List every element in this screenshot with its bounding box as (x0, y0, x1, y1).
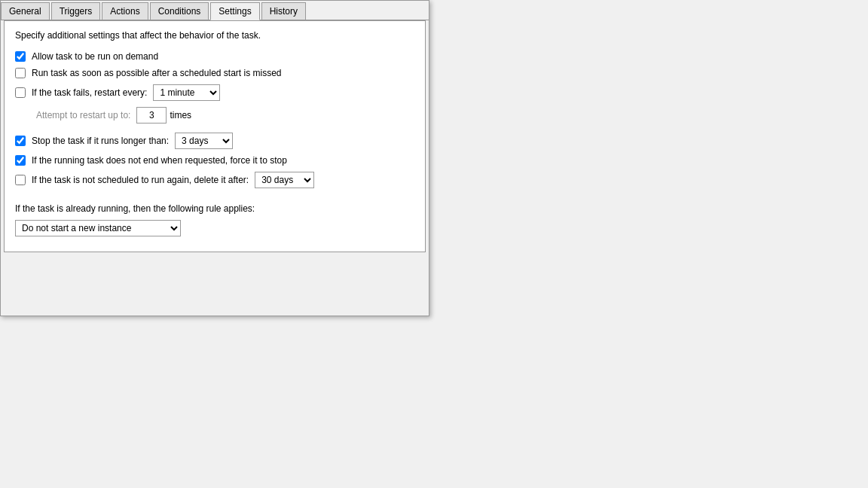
attempt-restart-row: Attempt to restart up to: times (36, 107, 414, 124)
force-stop-row: If the running task does not end when re… (15, 155, 414, 166)
allow-on-demand-row: Allow task to be run on demand (15, 51, 414, 62)
stop-longer-than-checkbox[interactable] (15, 136, 26, 146)
tab-settings[interactable]: Settings (210, 2, 259, 20)
stop-longer-than-row: Stop the task if it runs longer than: 1 … (15, 133, 414, 149)
run-missed-label: Run task as soon as possible after a sch… (32, 68, 282, 78)
settings-panel: Specify additional settings that affect … (4, 20, 426, 252)
task-scheduler-dialog: General Triggers Actions Conditions Sett… (0, 0, 429, 316)
delete-duration-dropdown[interactable]: 30 days 60 days 90 days 180 days 365 day… (255, 172, 314, 188)
stop-duration-dropdown[interactable]: 1 hour 2 hours 4 hours 8 hours 12 hours … (175, 133, 233, 149)
stop-longer-than-label: Stop the task if it runs longer than: (32, 136, 169, 146)
delete-controls: If the task is not scheduled to run agai… (32, 172, 314, 188)
rule-description-label: If the task is already running, then the… (15, 203, 414, 214)
run-missed-row: Run task as soon as possible after a sch… (15, 68, 414, 78)
tab-bar: General Triggers Actions Conditions Sett… (1, 1, 429, 20)
force-stop-label: If the running task does not end when re… (32, 155, 287, 166)
tab-history[interactable]: History (261, 2, 306, 20)
restart-interval-dropdown[interactable]: 1 minute 5 minutes 10 minutes 15 minutes… (153, 84, 220, 101)
tab-actions[interactable]: Actions (102, 2, 148, 20)
attempt-restart-label: Attempt to restart up to: (36, 110, 130, 120)
restart-on-fail-checkbox[interactable] (15, 87, 26, 98)
tab-triggers[interactable]: Triggers (51, 2, 101, 20)
delete-label: If the task is not scheduled to run agai… (32, 175, 249, 185)
tab-general[interactable]: General (1, 2, 50, 20)
attempt-restart-input[interactable] (136, 107, 167, 124)
restart-on-fail-label: If the task fails, restart every: (32, 87, 147, 98)
delete-if-not-scheduled-row: If the task is not scheduled to run agai… (15, 172, 414, 188)
force-stop-checkbox[interactable] (15, 155, 26, 166)
delete-if-not-scheduled-checkbox[interactable] (15, 175, 26, 185)
restart-on-fail-controls: If the task fails, restart every: 1 minu… (32, 84, 220, 101)
allow-on-demand-checkbox[interactable] (15, 51, 26, 62)
tab-conditions[interactable]: Conditions (150, 2, 209, 20)
times-label: times (170, 110, 191, 120)
settings-description: Specify additional settings that affect … (15, 30, 414, 41)
allow-on-demand-label: Allow task to be run on demand (32, 51, 158, 62)
run-missed-checkbox[interactable] (15, 68, 26, 78)
instance-rule-dropdown[interactable]: Do not start a new instance Run a new in… (15, 220, 181, 236)
instance-rule-row: Do not start a new instance Run a new in… (15, 220, 414, 236)
restart-on-fail-row: If the task fails, restart every: 1 minu… (15, 84, 414, 101)
stop-longer-than-controls: Stop the task if it runs longer than: 1 … (32, 133, 233, 149)
